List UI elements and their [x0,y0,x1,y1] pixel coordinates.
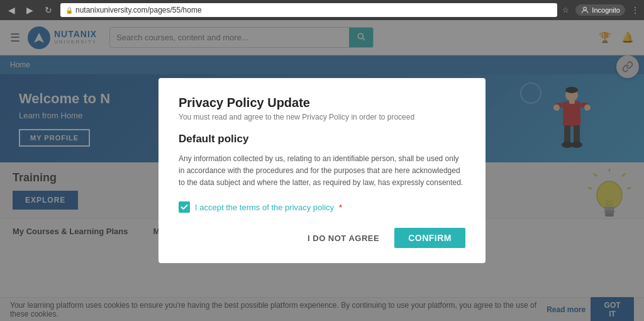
incognito-badge: Incognito [575,4,625,16]
star-icon[interactable]: ☆ [562,6,569,14]
modal-policy-title: Default policy [179,133,465,145]
modal-subtitle: You must read and agree to the new Priva… [179,113,465,121]
checkbox-label: I accept the terms of the privacy policy [195,203,334,212]
privacy-modal: Privacy Policy Update You must read and … [158,78,486,264]
refresh-button[interactable]: ↻ [42,4,55,16]
forward-button[interactable]: ▶ [23,4,36,16]
modal-overlay: Privacy Policy Update You must read and … [0,20,644,321]
lock-icon: 🔒 [65,7,73,14]
modal-checkbox-row: I accept the terms of the privacy policy… [179,201,465,213]
svg-point-0 [584,7,587,10]
browser-menu-icon[interactable]: ⋮ [631,6,639,14]
browser-right-controls: ☆ Incognito ⋮ [562,4,639,16]
do-not-agree-button[interactable]: I DO NOT AGREE [300,228,387,248]
modal-policy-text: Any information collected by us, relatin… [179,153,465,189]
accept-checkbox[interactable] [179,201,190,213]
browser-chrome: ◀ ▶ ↻ 🔒 nutanixuniversity.com/pages/55/h… [0,0,644,20]
modal-actions: I DO NOT AGREE CONFIRM [179,228,465,248]
url-bar[interactable]: 🔒 nutanixuniversity.com/pages/55/home [60,3,557,17]
app-container: ☰ NUTANIX UNIVERSITY 🏆 🔔 Home [0,20,644,321]
modal-title: Privacy Policy Update [179,96,465,110]
checkbox-required: * [339,203,342,212]
url-text: nutanixuniversity.com/pages/55/home [75,6,202,14]
back-button[interactable]: ◀ [5,4,18,16]
confirm-button[interactable]: CONFIRM [394,228,465,248]
